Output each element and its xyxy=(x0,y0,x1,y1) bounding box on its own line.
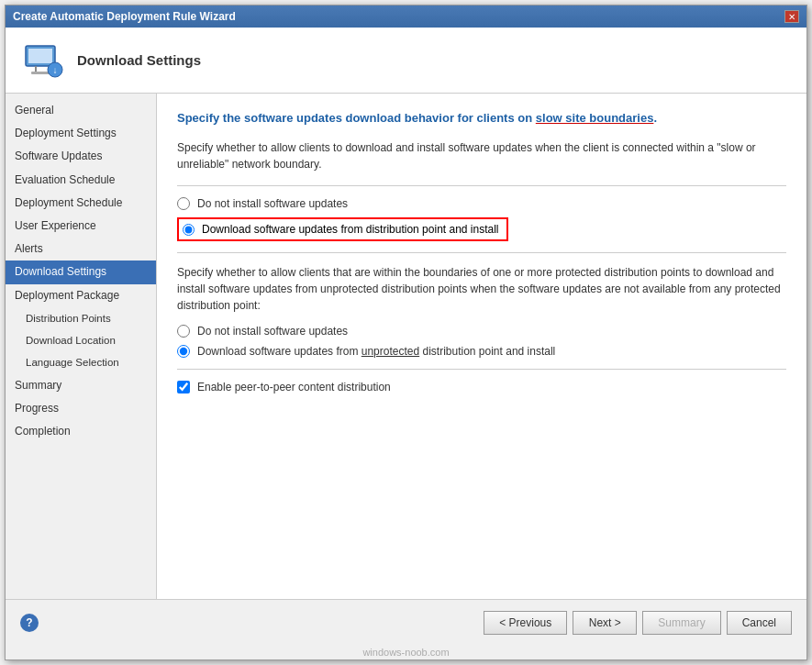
radio-do-not-install-1: Do not install software updates xyxy=(177,197,786,210)
svg-rect-4 xyxy=(31,72,50,74)
radio-download-install-1-label: Download software updates from distribut… xyxy=(202,223,499,236)
sidebar-item-deployment-package[interactable]: Deployment Package xyxy=(6,284,156,307)
watermark: windows-noob.com xyxy=(6,645,806,659)
sidebar-item-completion[interactable]: Completion xyxy=(6,420,156,443)
summary-button[interactable]: Summary xyxy=(642,611,720,635)
radio-do-not-install-1-label: Do not install software updates xyxy=(197,197,348,210)
radio-download-unprotected: Download software updates from unprotect… xyxy=(177,345,786,358)
radio-download-install-1-input[interactable] xyxy=(183,224,195,236)
divider-1 xyxy=(177,185,786,186)
sidebar-item-download-location[interactable]: Download Location xyxy=(6,329,156,351)
section2-description: Specify whether to allow clients that ar… xyxy=(177,264,786,314)
content-title: Specify the software updates download be… xyxy=(177,110,786,127)
cancel-button[interactable]: Cancel xyxy=(727,611,792,635)
svg-rect-2 xyxy=(35,66,37,72)
checkbox-peer-to-peer: Enable peer-to-peer content distribution xyxy=(177,381,786,393)
sidebar-item-download-settings[interactable]: Download Settings xyxy=(6,260,156,283)
content-title-part2: . xyxy=(653,111,657,125)
header-title: Download Settings xyxy=(77,52,201,68)
previous-button[interactable]: < Previous xyxy=(484,611,567,635)
sidebar: General Deployment Settings Software Upd… xyxy=(6,94,157,599)
next-button[interactable]: Next > xyxy=(573,611,637,635)
svg-rect-1 xyxy=(28,49,52,63)
divider-3 xyxy=(177,369,786,370)
help-button[interactable]: ? xyxy=(20,614,39,632)
sidebar-item-progress[interactable]: Progress xyxy=(6,397,156,420)
radio-do-not-install-1-input[interactable] xyxy=(177,197,190,210)
content-title-underline: slow site boundaries xyxy=(536,111,654,125)
close-button[interactable]: ✕ xyxy=(784,10,799,23)
underline-word: unprotected xyxy=(362,345,419,358)
footer-buttons: < Previous Next > Summary Cancel xyxy=(484,611,792,635)
section1-description: Specify whether to allow clients to down… xyxy=(177,139,786,172)
sidebar-item-general[interactable]: General xyxy=(6,99,156,122)
divider-2 xyxy=(177,252,786,253)
sidebar-item-deployment-settings[interactable]: Deployment Settings xyxy=(6,122,156,145)
radio-do-not-install-2-input[interactable] xyxy=(177,325,190,338)
sidebar-item-language-selection[interactable]: Language Selection xyxy=(6,351,156,373)
wizard-icon: ↓ xyxy=(20,39,64,83)
sidebar-item-deployment-schedule[interactable]: Deployment Schedule xyxy=(6,192,156,215)
radio-download-unprotected-input[interactable] xyxy=(177,345,190,358)
section1-radio-group: Do not install software updates Download… xyxy=(177,197,786,241)
window-title: Create Automatic Deployment Rule Wizard xyxy=(13,10,236,23)
sidebar-item-distribution-points[interactable]: Distribution Points xyxy=(6,307,156,329)
title-bar: Create Automatic Deployment Rule Wizard … xyxy=(6,6,806,28)
radio-download-unprotected-label: Download software updates from unprotect… xyxy=(197,345,555,358)
header-area: ↓ Download Settings xyxy=(6,28,806,94)
radio-download-highlighted: Download software updates from distribut… xyxy=(177,217,508,241)
main-area: General Deployment Settings Software Upd… xyxy=(6,94,806,599)
sidebar-item-software-updates[interactable]: Software Updates xyxy=(6,145,156,168)
footer-area: ? < Previous Next > Summary Cancel xyxy=(6,599,806,645)
checkbox-peer-to-peer-label: Enable peer-to-peer content distribution xyxy=(197,381,391,393)
sidebar-item-alerts[interactable]: Alerts xyxy=(6,238,156,260)
content-title-part1: Specify the software updates download be… xyxy=(177,111,536,125)
svg-text:↓: ↓ xyxy=(53,65,58,75)
sidebar-item-evaluation-schedule[interactable]: Evaluation Schedule xyxy=(6,169,156,192)
content-area: Specify the software updates download be… xyxy=(157,94,806,599)
radio-do-not-install-2-label: Do not install software updates xyxy=(197,325,348,338)
sidebar-item-user-experience[interactable]: User Experience xyxy=(6,215,156,238)
radio-do-not-install-2: Do not install software updates xyxy=(177,325,786,338)
section2-radio-group: Do not install software updates Download… xyxy=(177,325,786,358)
checkbox-peer-to-peer-input[interactable] xyxy=(177,381,190,393)
sidebar-item-summary[interactable]: Summary xyxy=(6,374,156,397)
main-window: Create Automatic Deployment Rule Wizard … xyxy=(5,5,807,660)
